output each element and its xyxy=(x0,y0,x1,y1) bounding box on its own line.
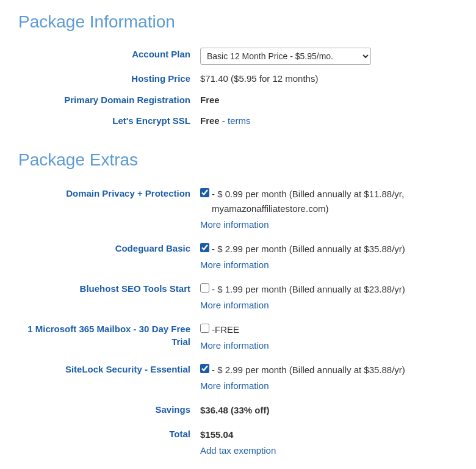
codeguard-text: - $ 2.99 per month (Billed annually at $… xyxy=(212,242,405,256)
sitelock-checkbox[interactable] xyxy=(200,364,209,373)
total-value-cell: $155.04 Add tax exemption xyxy=(195,423,458,463)
sitelock-text: - $ 2.99 per month (Billed annually at $… xyxy=(212,363,405,377)
total-value: $155.04 xyxy=(200,429,233,440)
codeguard-more-info[interactable]: More information xyxy=(200,258,453,272)
seo-text: - $ 1.99 per month (Billed annually at $… xyxy=(212,282,405,297)
account-plan-row: Account Plan Basic 12 Month Price - $5.9… xyxy=(18,44,458,68)
primary-domain-value: Free xyxy=(195,90,458,111)
domain-privacy-checkbox-wrap xyxy=(200,188,209,197)
seo-label: Bluehost SEO Tools Start xyxy=(18,277,195,318)
primary-domain-free: Free xyxy=(200,95,220,105)
seo-checkbox-row: - $ 1.99 per month (Billed annually at $… xyxy=(200,282,453,297)
ssl-free-text: Free xyxy=(200,115,220,126)
account-plan-value-cell: Basic 12 Month Price - $5.95/mo. xyxy=(195,44,458,68)
package-info-table: Account Plan Basic 12 Month Price - $5.9… xyxy=(18,44,458,132)
primary-domain-row: Primary Domain Registration Free xyxy=(18,90,458,111)
ssl-value-cell: Free - terms xyxy=(195,111,458,132)
sitelock-checkbox-wrap xyxy=(200,364,209,373)
mailbox-row: 1 Microsoft 365 Mailbox - 30 Day Free Tr… xyxy=(18,318,458,358)
mailbox-checkbox-row: -FREE xyxy=(200,322,453,337)
domain-privacy-row: Domain Privacy + Protection - $ 0.99 per… xyxy=(18,182,458,237)
codeguard-checkbox-row: - $ 2.99 per month (Billed annually at $… xyxy=(200,242,453,256)
ssl-label: Let's Encrypt SSL xyxy=(18,111,195,132)
codeguard-checkbox[interactable] xyxy=(200,243,209,252)
total-label: Total xyxy=(18,423,195,463)
mailbox-checkbox[interactable] xyxy=(200,324,209,333)
add-tax-exemption-link[interactable]: Add tax exemption xyxy=(200,443,453,458)
seo-value-cell: - $ 1.99 per month (Billed annually at $… xyxy=(195,277,458,318)
domain-privacy-more-info[interactable]: More information xyxy=(200,217,453,232)
package-extras-table: Domain Privacy + Protection - $ 0.99 per… xyxy=(18,182,458,463)
codeguard-row: Codeguard Basic - $ 2.99 per month (Bill… xyxy=(18,237,458,277)
savings-value: $36.48 (33% off) xyxy=(195,398,458,423)
savings-row: Savings $36.48 (33% off) xyxy=(18,398,458,423)
seo-more-info[interactable]: More information xyxy=(200,298,453,313)
domain-privacy-checkbox-row: - $ 0.99 per month (Billed annually at $… xyxy=(200,187,453,216)
seo-checkbox[interactable] xyxy=(200,283,209,293)
primary-domain-label: Primary Domain Registration xyxy=(18,90,195,111)
mailbox-text: -FREE xyxy=(212,322,239,337)
account-plan-select[interactable]: Basic 12 Month Price - $5.95/mo. xyxy=(200,48,371,65)
sitelock-value-cell: - $ 2.99 per month (Billed annually at $… xyxy=(195,358,458,398)
domain-privacy-value-cell: - $ 0.99 per month (Billed annually at $… xyxy=(195,182,458,237)
sitelock-label: SiteLock Security - Essential xyxy=(18,358,195,398)
domain-privacy-text: - $ 0.99 per month (Billed annually at $… xyxy=(212,187,453,216)
mailbox-checkbox-wrap xyxy=(200,324,209,333)
seo-row: Bluehost SEO Tools Start - $ 1.99 per mo… xyxy=(18,277,458,318)
sitelock-more-info[interactable]: More information xyxy=(200,379,453,393)
codeguard-label: Codeguard Basic xyxy=(18,237,195,277)
package-information-title: Package Information xyxy=(18,12,458,32)
codeguard-checkbox-wrap xyxy=(200,243,209,252)
codeguard-value-cell: - $ 2.99 per month (Billed annually at $… xyxy=(195,237,458,277)
sitelock-checkbox-row: - $ 2.99 per month (Billed annually at $… xyxy=(200,363,453,377)
mailbox-label: 1 Microsoft 365 Mailbox - 30 Day Free Tr… xyxy=(18,318,195,358)
savings-label: Savings xyxy=(18,398,195,423)
ssl-dash: - xyxy=(222,115,228,126)
domain-privacy-label: Domain Privacy + Protection xyxy=(18,182,195,237)
domain-privacy-checkbox[interactable] xyxy=(200,188,209,197)
account-plan-label: Account Plan xyxy=(18,44,195,68)
hosting-price-label: Hosting Price xyxy=(18,68,195,90)
sitelock-row: SiteLock Security - Essential - $ 2.99 p… xyxy=(18,358,458,398)
ssl-row: Let's Encrypt SSL Free - terms xyxy=(18,111,458,132)
ssl-terms-link[interactable]: terms xyxy=(228,115,251,126)
seo-checkbox-wrap xyxy=(200,283,209,293)
mailbox-more-info[interactable]: More information xyxy=(200,338,453,353)
hosting-price-value: $71.40 ($5.95 for 12 months) xyxy=(195,68,458,90)
mailbox-value-cell: -FREE More information xyxy=(195,318,458,358)
package-extras-title: Package Extras xyxy=(18,150,458,170)
total-row: Total $155.04 Add tax exemption xyxy=(18,423,458,463)
hosting-price-row: Hosting Price $71.40 ($5.95 for 12 month… xyxy=(18,68,458,90)
